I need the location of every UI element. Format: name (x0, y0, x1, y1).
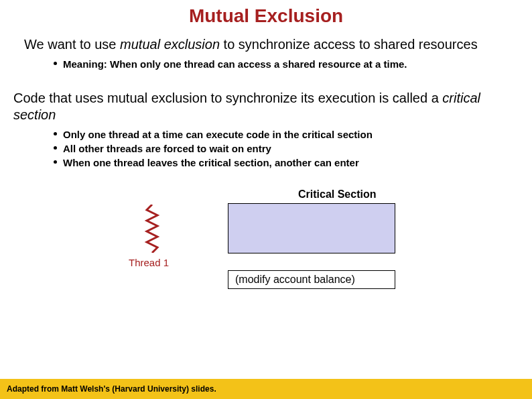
thread-label: Thread 1 (129, 257, 169, 268)
thread-zigzag-icon (144, 205, 160, 253)
list-item: All other threads are forced to wait on … (54, 141, 519, 156)
list-item: Meaning: When only one thread can access… (54, 57, 519, 71)
slide-title: Mutual Exclusion (13, 5, 519, 27)
p1-post: to synchronize access to shared resource… (220, 37, 478, 52)
list-item: When one thread leaves the critical sect… (54, 156, 519, 170)
bullet-list-2: Only one thread at a time can execute co… (13, 127, 519, 170)
critical-section-box (228, 203, 395, 253)
slide-body: Mutual Exclusion We want to use mutual e… (0, 0, 532, 309)
critical-section-diagram: Critical Section Thread 1 (modify accoun… (121, 188, 496, 309)
p1-pre: We want to use (24, 37, 120, 52)
intro-paragraph-2: Code that uses mutual exclusion to synch… (13, 90, 519, 123)
intro-paragraph-1: We want to use mutual exclusion to synch… (13, 36, 519, 53)
p2-pre: Code that uses mutual exclusion to synch… (13, 91, 442, 105)
bullet-list-1: Meaning: When only one thread can access… (13, 57, 519, 71)
critical-section-label: Critical Section (298, 188, 376, 201)
footer-attribution: Adapted from Matt Welsh's (Harvard Unive… (0, 379, 532, 399)
p1-italic: mutual exclusion (120, 37, 220, 52)
modify-balance-box: (modify account balance) (228, 270, 395, 289)
list-item: Only one thread at a time can execute co… (54, 127, 519, 141)
